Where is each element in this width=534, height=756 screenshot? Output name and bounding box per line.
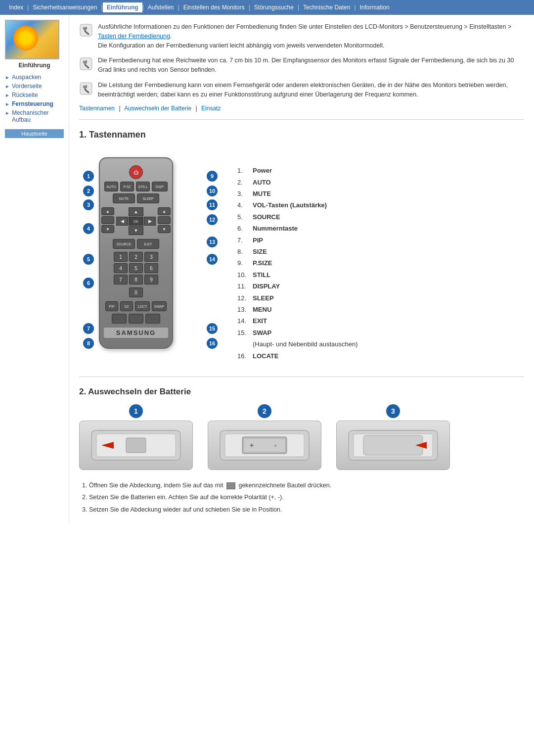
sidebar-item-mechanischer[interactable]: ► Mechanischer Aufbau [5, 109, 64, 123]
nav-einfuhrung[interactable]: Einführung [103, 2, 142, 12]
num-7[interactable]: 7 [114, 275, 128, 284]
feature-5: 5.SOURCE [237, 211, 357, 223]
mute-button[interactable]: MUTE [113, 193, 135, 203]
dpad-up[interactable]: ▲ [129, 207, 143, 216]
remote-row-3: MUTE SLEEP [104, 193, 168, 203]
feature-12: 12.SLEEP [237, 292, 357, 304]
still-button[interactable]: STILL [136, 182, 150, 191]
nav-aufstellen[interactable]: Aufstellen [144, 2, 178, 12]
nav-einstellen[interactable]: Einstellen des Monitors [179, 2, 249, 12]
battery-image-2: + - [208, 421, 321, 470]
locate-button[interactable]: LOCT [135, 301, 150, 311]
feature-4: 4.VOL-Tasten (Lautstärke) [237, 199, 357, 211]
num-1[interactable]: 1 [114, 252, 128, 262]
sub-link-tastennamen[interactable]: Tastennamen [79, 105, 115, 112]
wrench-icon-2 [79, 57, 93, 71]
vol-controls: ▲ ▼ [101, 207, 114, 235]
num-2[interactable]: 2 [129, 252, 143, 262]
sidebar-item-vorderseite[interactable]: ► Vorderseite [5, 83, 64, 90]
remote-power-row: ⏻ [104, 165, 168, 179]
psize-button[interactable]: P.SZ [120, 182, 134, 191]
vol-down[interactable]: ▼ [101, 225, 114, 233]
sidebar-item-fernsteuerung[interactable]: ► Fernsteuerung [5, 100, 64, 107]
source-button[interactable]: SOURCE [113, 239, 135, 249]
dpad-left[interactable]: ◀ [116, 217, 128, 226]
battery-steps-list: Öffnen Sie die Abdeckung, indem Sie auf … [79, 480, 524, 516]
vol-up[interactable]: ▲ [101, 207, 114, 215]
sub-link-batterie[interactable]: Auswechseln der Batterie [124, 105, 191, 112]
size-button[interactable]: SZ [120, 301, 133, 311]
feature-9: 9.P.SIZE [237, 257, 357, 269]
info-block-3: Die Leistung der Fernbedienung kann von … [79, 81, 524, 99]
badge-5: 5 [83, 254, 94, 265]
icon-indicator [226, 482, 235, 489]
ch-up[interactable]: ▲ [158, 207, 171, 215]
vol-center[interactable] [101, 216, 114, 224]
feature-7: 7.PIP [237, 235, 357, 246]
arrow-icon-3: ► [5, 93, 10, 98]
feature-14: 14.EXIT [237, 315, 357, 327]
remote-brand: SAMSUNG [104, 328, 168, 338]
nav-sicherheit[interactable]: Sicherheitsanweisungen [29, 2, 101, 12]
auto-button[interactable]: AUTO [104, 182, 118, 191]
num-4[interactable]: 4 [114, 263, 128, 273]
badge-3: 3 [83, 199, 94, 210]
fernbedienung-link[interactable]: Tasten der Fernbedienung [98, 33, 170, 40]
battery-section: 2. Auswechseln der Batterie 1 [79, 387, 524, 516]
nav-technisch[interactable]: Technische Daten [299, 2, 354, 12]
nav-information[interactable]: Information [356, 2, 394, 12]
num-3[interactable]: 3 [144, 252, 158, 262]
num-9[interactable]: 9 [144, 275, 158, 284]
feature-16: 16.LOCATE [237, 350, 357, 362]
sidebar-item-ruckseite[interactable]: ► Rückseite [5, 92, 64, 98]
ch-center[interactable] [158, 216, 171, 224]
sidebar-item-auspacken[interactable]: ► Auspacken [5, 74, 64, 81]
num-5[interactable]: 5 [129, 263, 143, 273]
feature-8: 8.SIZE [237, 246, 357, 257]
misc-btn-1[interactable] [112, 314, 127, 324]
feature-15: 15.SWAP [237, 327, 357, 338]
dpad-down[interactable]: ▼ [129, 226, 143, 235]
svg-rect-18 [363, 435, 423, 455]
battery-badge-3: 3 [386, 404, 400, 418]
remote-numpad: 1 2 3 4 5 6 7 8 9 [114, 252, 158, 284]
power-button[interactable]: ⏻ [129, 165, 143, 179]
info-text-2: Die Fernbedienung hat eine Reichweite vo… [98, 56, 524, 75]
arrow-icon-4: ► [5, 101, 10, 107]
battery-step-text-2: Setzen Sie die Batterien ein. Achten Sie… [89, 492, 524, 503]
sub-sep-1: | [119, 105, 120, 112]
arrow-icon-2: ► [5, 84, 10, 89]
nav-index[interactable]: Index [5, 2, 27, 12]
misc-btn-3[interactable] [145, 314, 160, 324]
arrow-icon-1: ► [5, 75, 10, 80]
feature-13: 13.MENU [237, 304, 357, 315]
badge-8: 8 [83, 338, 94, 349]
divider-1 [79, 119, 524, 120]
num-8[interactable]: 8 [129, 275, 143, 284]
nav-storung[interactable]: Störungssuche [250, 2, 298, 12]
swap-button[interactable]: SWAP [152, 301, 167, 311]
hauptseite-button[interactable]: Hauptseite [5, 129, 64, 138]
sub-sep-2: | [196, 105, 197, 112]
num-6[interactable]: 6 [144, 263, 158, 273]
remote-bottom-row: PIP SZ LOCT SWAP [104, 301, 168, 311]
svg-text:-: - [274, 441, 277, 449]
section1-title: 1. Tastennamen [79, 130, 524, 140]
display-button[interactable]: DISP [152, 182, 168, 191]
sub-link-einsatz[interactable]: Einsatz [201, 105, 221, 112]
badge-13: 13 [207, 236, 218, 247]
misc-btn-2[interactable] [129, 314, 143, 324]
sleep-button[interactable]: SLEEP [137, 193, 159, 203]
remote-last-row [104, 314, 168, 324]
num-0[interactable]: 0 [129, 287, 143, 297]
dpad-right[interactable]: ▶ [144, 217, 156, 226]
exit-button[interactable]: EXIT [137, 239, 159, 249]
ch-down[interactable]: ▼ [158, 225, 171, 233]
remote-dpad-area: ▲ ▼ ▲ ◀ OK ▶ ▼ [104, 207, 168, 235]
wrench-icon-1 [79, 23, 93, 37]
main-layout: Einführung ► Auspacken ► Vorderseite ► R… [0, 15, 534, 523]
badge-6: 6 [83, 278, 94, 288]
pip-button[interactable]: PIP [105, 301, 118, 311]
badge-15: 15 [207, 323, 218, 334]
dpad-center[interactable]: OK [129, 217, 143, 226]
